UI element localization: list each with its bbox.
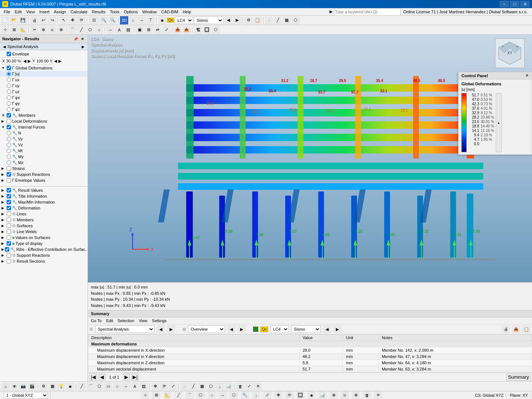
status-tool20[interactable]: ⊗ — [352, 391, 360, 399]
status-tool12[interactable]: ⤢ — [263, 391, 271, 399]
nav-next2-btn[interactable]: ▶ — [28, 59, 31, 64]
force-Mt-radio[interactable] — [7, 149, 11, 153]
top-btn[interactable]: ⊤ — [147, 16, 155, 24]
bottom-film-btn[interactable]: 🎬 — [28, 382, 36, 391]
ti-expand[interactable]: ▶ — [1, 194, 6, 198]
report-btn[interactable]: 📋 — [253, 16, 262, 24]
global-def-expand[interactable]: ▼ — [1, 66, 6, 70]
zoom-in-btn[interactable]: 🔍 — [100, 16, 108, 24]
control-panel-close[interactable]: ✕ — [525, 73, 529, 78]
ribs-checkbox[interactable] — [5, 247, 9, 252]
strains-expand[interactable]: ▶ — [1, 167, 6, 170]
members2-item[interactable]: ▶ ⚙ Members — [0, 217, 88, 223]
section-btn[interactable]: ✂ — [30, 26, 38, 34]
lines-expand[interactable]: ▶ — [1, 212, 6, 216]
nav-next-btn[interactable]: ▶ — [82, 45, 85, 49]
line-draw-btn[interactable]: ╱ — [77, 26, 85, 34]
deform-ux-radio[interactable] — [7, 78, 11, 82]
summary-type-combo[interactable]: Spectral Analysis — [95, 325, 154, 333]
local-def-checkbox[interactable] — [7, 119, 11, 123]
front-btn[interactable]: ↕ — [129, 16, 137, 24]
status-tool15[interactable]: 🔲 — [296, 391, 304, 399]
members-checkbox[interactable] — [7, 113, 11, 117]
bottom-render2-btn[interactable]: ▦ — [48, 382, 57, 391]
ti-checkbox[interactable] — [7, 194, 11, 198]
export-btn[interactable]: 📤 — [183, 26, 191, 34]
bottom-rotate2-btn[interactable]: ⟳ — [160, 382, 168, 391]
menu-file[interactable]: File — [1, 9, 13, 14]
nav-pin-btn[interactable]: 📌 — [73, 36, 79, 42]
lines-item[interactable]: ▶ ⚙ Lines — [0, 211, 88, 217]
plan-btn[interactable]: 🏗 — [194, 26, 202, 34]
right-arrow-btn[interactable]: ▶ — [233, 16, 241, 24]
menu-assign[interactable]: Assign — [52, 9, 68, 14]
deform-ux-item[interactable]: Γ ux — [0, 77, 88, 83]
bottom-text2-btn[interactable]: A — [131, 382, 139, 391]
maxmin-info-item[interactable]: ▶ 🔧 Max/Min Information — [0, 199, 88, 205]
type-display-item[interactable]: ▶ ■ Type of display — [0, 241, 88, 246]
surfaces-checkbox[interactable] — [7, 224, 11, 228]
members2-checkbox[interactable] — [7, 218, 11, 222]
surfaces-expand[interactable]: ▶ — [1, 224, 6, 228]
bottom-arc2-btn[interactable]: ⌒ — [86, 382, 95, 391]
measure-btn[interactable]: 📐 — [19, 26, 27, 34]
force-Vy-item[interactable]: 🔧 Vy — [0, 136, 88, 142]
status-tool17[interactable]: 📊 — [318, 391, 327, 399]
global-deformations-item[interactable]: ▼ Γ Global Deformations — [0, 65, 88, 71]
3dview-btn2[interactable]: 🔲 — [203, 26, 211, 34]
bottom-circle2-btn[interactable]: ○ — [113, 382, 121, 391]
ov-next-btn[interactable]: ▶ — [238, 325, 246, 333]
snap-btn[interactable]: ⊹ — [1, 26, 9, 34]
force-My-item[interactable]: 🔧 My — [0, 154, 88, 160]
mm-checkbox[interactable] — [7, 200, 11, 204]
ov-prev-btn[interactable]: ◀ — [227, 325, 235, 333]
grid-btn[interactable]: ⊞ — [10, 26, 18, 34]
close-button[interactable]: ✕ — [520, 1, 530, 7]
zoom-out-btn[interactable]: 🔍 — [109, 16, 117, 24]
menu-view[interactable]: View — [24, 9, 37, 14]
status-tool5[interactable]: ⌒ — [185, 391, 194, 399]
copy-table-btn[interactable]: 📋 — [522, 325, 531, 333]
local-deformations-item[interactable]: ▶ Local Deformations — [0, 118, 88, 124]
rv-expand[interactable]: ▶ — [1, 188, 6, 192]
y-percent-input[interactable] — [32, 58, 52, 64]
values-surfaces-item[interactable]: ▶ ■ Values on Surfaces — [0, 235, 88, 241]
deform-uy-radio[interactable] — [7, 83, 11, 88]
print-table-btn[interactable]: 🖨 — [502, 325, 510, 333]
line-welds-item[interactable]: ▶ ⚙ Line Welds — [0, 229, 88, 235]
envelope-vals-checkbox[interactable] — [7, 178, 11, 183]
menu-insert[interactable]: Insert — [37, 9, 52, 14]
sum-next-btn[interactable]: ▶ — [167, 325, 175, 333]
surfaces-item[interactable]: ▶ ⚙ Surfaces — [0, 223, 88, 229]
sr2-checkbox[interactable] — [7, 253, 11, 258]
bottom-line2-btn[interactable]: ╱ — [78, 382, 86, 391]
menu-tools[interactable]: Tools — [108, 9, 122, 14]
status-tool9[interactable]: ⬡ — [230, 391, 238, 399]
solid-btn[interactable]: ⬡ — [291, 16, 300, 24]
menu-results[interactable]: Results — [90, 9, 108, 14]
move-btn[interactable]: ✥ — [68, 16, 76, 24]
sismo-combo[interactable]: Sismo — [194, 17, 224, 24]
deform-uy-item[interactable]: Γ uy — [0, 83, 88, 89]
sismo-combo2[interactable]: Sismo — [291, 325, 321, 333]
redo-btn[interactable]: ↪ — [48, 16, 56, 24]
deform-phiz-item[interactable]: Γ φz — [0, 106, 88, 112]
select-btn[interactable]: ↖ — [59, 16, 68, 24]
status-tool6[interactable]: ⬠ — [197, 391, 205, 399]
import-btn[interactable]: 📥 — [174, 26, 182, 34]
bottom-node2-btn[interactable]: · — [180, 382, 188, 391]
status-tool8[interactable]: ↔ — [219, 391, 227, 399]
sr2-expand[interactable]: ▶ — [1, 253, 6, 257]
left-arrow-btn[interactable]: ◀ — [224, 16, 232, 24]
status-tool13[interactable]: ✥ — [274, 391, 282, 399]
force-My-radio[interactable] — [7, 154, 11, 159]
nav-next3-btn[interactable]: ▶ — [58, 59, 61, 64]
int-forces-checkbox[interactable] — [7, 125, 11, 129]
rs-expand[interactable]: ▶ — [1, 259, 6, 263]
deform-phix-radio[interactable] — [7, 95, 11, 100]
result-values-item[interactable]: ▶ 🔧 Result Values — [0, 187, 88, 193]
lc-combo2[interactable]: LC4 — [270, 325, 289, 333]
support-checkbox[interactable] — [7, 172, 11, 177]
status-tool2[interactable]: ⊞ — [152, 391, 160, 399]
status-tool11[interactable]: ↓ — [252, 391, 260, 399]
